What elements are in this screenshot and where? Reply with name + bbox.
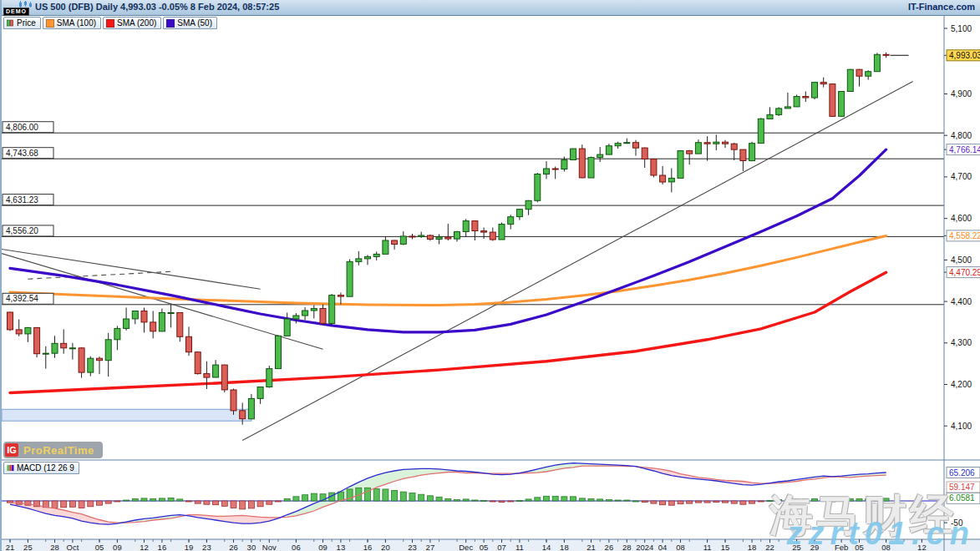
svg-text:65.206: 65.206 (949, 468, 975, 478)
svg-text:13: 13 (337, 543, 346, 551)
candlestick-mini-icon (18, 1, 33, 8)
svg-text:6.0581: 6.0581 (949, 493, 975, 503)
svg-text:4,200: 4,200 (951, 380, 972, 389)
svg-text:23: 23 (408, 543, 417, 551)
trading-platform-window: 4,806.004,743.684,631.234,556.204,392.54… (0, 0, 980, 551)
indicator-tab-row: MACD (12 26 9 (3, 462, 79, 474)
svg-text:12: 12 (140, 543, 149, 551)
svg-text:4,806.00: 4,806.00 (6, 123, 38, 132)
svg-text:05: 05 (95, 543, 104, 551)
legend-tab-label: SMA (200) (117, 18, 156, 28)
sma50-color-swatch (166, 19, 175, 28)
chart-area[interactable]: 4,806.004,743.684,631.234,556.204,392.54… (2, 0, 980, 551)
svg-text:2024: 2024 (636, 543, 653, 551)
legend-tab-sma50[interactable]: SMA (50) (163, 17, 217, 29)
sma200-color-swatch (106, 19, 114, 28)
legend-tab-label: SMA (50) (177, 18, 212, 28)
svg-text:09: 09 (113, 543, 122, 551)
svg-text:11: 11 (515, 543, 524, 551)
sma100-color-swatch (46, 19, 54, 28)
svg-text:26: 26 (605, 543, 614, 551)
svg-text:09: 09 (318, 543, 328, 551)
svg-text:Nov: Nov (262, 543, 277, 551)
svg-text:4,556.20: 4,556.20 (6, 226, 38, 235)
svg-text:30: 30 (247, 543, 256, 551)
macd-indicator-tab[interactable]: MACD (12 26 9 (3, 462, 79, 474)
svg-text:16: 16 (158, 543, 167, 551)
svg-text:4,100: 4,100 (951, 422, 972, 431)
svg-text:08: 08 (881, 543, 891, 551)
prorealtime-wordmark: ProRealTime (23, 444, 94, 457)
svg-text:14: 14 (542, 543, 551, 551)
legend-tab-label: Price (17, 18, 36, 28)
svg-text:23: 23 (202, 543, 211, 551)
svg-text:22: 22 (765, 543, 774, 551)
chart-canvas[interactable]: 4,806.004,743.684,631.234,556.204,392.54… (2, 0, 980, 551)
svg-text:07: 07 (497, 543, 506, 551)
svg-text:4,558.22: 4,558.22 (949, 231, 980, 240)
legend-tab-label: SMA (100) (57, 18, 96, 28)
svg-text:4,392.54: 4,392.54 (6, 294, 38, 303)
prorealtime-logo: IG ProRealTime (3, 442, 103, 458)
svg-text:4,700: 4,700 (951, 172, 972, 181)
svg-text:4,993.03: 4,993.03 (949, 51, 980, 60)
svg-text:4,743.68: 4,743.68 (6, 149, 38, 158)
ig-logo: IG (5, 443, 18, 457)
svg-text:Dec: Dec (459, 543, 473, 551)
svg-text:4,600: 4,600 (951, 214, 972, 223)
svg-text:04: 04 (658, 543, 668, 551)
svg-text:4,400: 4,400 (951, 297, 972, 306)
svg-text:4,470.29: 4,470.29 (949, 268, 980, 277)
svg-text:4,766.14: 4,766.14 (949, 145, 980, 154)
legend-tab-price[interactable]: Price (3, 17, 41, 29)
svg-text:4,900: 4,900 (951, 89, 972, 99)
svg-text:21: 21 (6, 543, 15, 551)
svg-text:12: 12 (917, 543, 927, 551)
legend-tab-sma100[interactable]: SMA (100) (43, 17, 101, 29)
svg-text:05: 05 (480, 543, 489, 551)
svg-text:21: 21 (586, 543, 596, 551)
svg-text:08: 08 (676, 543, 685, 551)
svg-text:5,100: 5,100 (951, 24, 972, 33)
svg-text:28: 28 (622, 543, 632, 551)
svg-text:15: 15 (721, 543, 730, 551)
svg-text:Oct: Oct (67, 543, 79, 551)
svg-text:18: 18 (560, 543, 569, 551)
macd-bars-icon (7, 464, 14, 472)
svg-text:27: 27 (426, 543, 435, 551)
it-finance-link[interactable]: IT-Finance.com (908, 2, 975, 12)
svg-text:4,800: 4,800 (951, 131, 972, 140)
svg-text:20: 20 (381, 543, 390, 551)
svg-text:16: 16 (363, 543, 373, 551)
legend-row: Price SMA (100) SMA (200) SMA (50) (3, 17, 217, 29)
chart-header: DEMO US 500 (DFB) Daily 4,993.03 -0.05% … (2, 0, 980, 16)
svg-text:4,631.23: 4,631.23 (6, 195, 38, 205)
svg-text:59.147: 59.147 (949, 483, 975, 492)
svg-text:26: 26 (229, 543, 238, 551)
svg-text:05: 05 (855, 543, 864, 551)
svg-text:18: 18 (748, 543, 757, 551)
legend-tab-sma200[interactable]: SMA (200) (103, 17, 161, 29)
svg-text:28: 28 (50, 543, 59, 551)
svg-text:06: 06 (292, 543, 301, 551)
macd-tab-label: MACD (12 26 9 (17, 463, 74, 473)
demo-badge: DEMO (3, 8, 29, 16)
svg-text:4,300: 4,300 (951, 338, 972, 347)
price-candles-icon (7, 19, 14, 27)
svg-text:11: 11 (703, 543, 712, 551)
svg-text:4,500: 4,500 (951, 255, 972, 265)
svg-text:29: 29 (810, 543, 820, 551)
chart-title: US 500 (DFB) Daily 4,993.03 -0.05% 8 Feb… (35, 2, 279, 12)
svg-text:19: 19 (185, 543, 194, 551)
svg-text:-50: -50 (951, 518, 963, 528)
svg-text:Feb: Feb (835, 543, 848, 551)
svg-text:25: 25 (23, 543, 33, 551)
svg-text:25: 25 (792, 543, 801, 551)
